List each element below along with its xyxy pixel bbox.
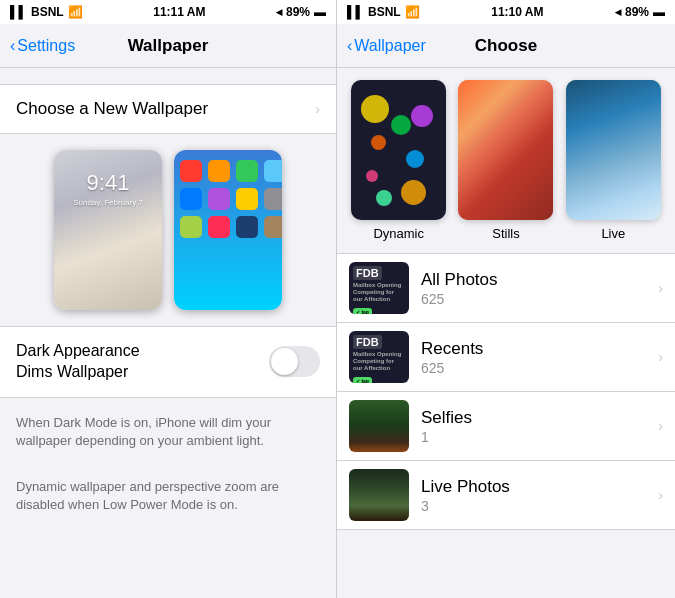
selfies-count: 1 (421, 429, 663, 445)
app-icon-7 (236, 188, 258, 210)
recents-tag: ✓ tag (353, 377, 372, 383)
wallpaper-categories: Dynamic Stills Live (337, 80, 675, 253)
all-photos-chevron-icon: › (658, 280, 663, 296)
category-stills[interactable]: Stills (456, 80, 555, 241)
right-nav-title: Choose (475, 36, 537, 56)
app-icon-2 (208, 160, 230, 182)
stills-thumb (458, 80, 553, 220)
all-photos-tag: ✓ tag (353, 308, 372, 314)
right-wifi-icon: 📶 (405, 5, 420, 19)
bokeh-1 (361, 95, 389, 123)
category-live[interactable]: Live (564, 80, 663, 241)
left-back-label: Settings (17, 37, 75, 55)
dark-appearance-label: Dark Appearance Dims Wallpaper (16, 341, 140, 383)
dark-appearance-description: When Dark Mode is on, iPhone will dim yo… (0, 406, 336, 458)
dark-appearance-section: Dark Appearance Dims Wallpaper (0, 326, 336, 398)
selfies-chevron-icon: › (658, 418, 663, 434)
bokeh-3 (371, 135, 386, 150)
right-back-chevron-icon: ‹ (347, 37, 352, 55)
home-screen-preview[interactable] (174, 150, 282, 310)
bokeh-5 (406, 150, 424, 168)
album-live-photos[interactable]: Live Photos 3 › (337, 461, 675, 530)
left-wifi-icon: 📶 (68, 5, 83, 19)
live-label: Live (601, 226, 625, 241)
bokeh-2 (391, 115, 411, 135)
right-status-right: ◂ 89% ▬ (615, 5, 665, 19)
dynamic-thumb (351, 80, 446, 220)
right-battery-icon: ▬ (653, 5, 665, 19)
right-location-icon: ◂ (615, 5, 621, 19)
dynamic-label: Dynamic (373, 226, 424, 241)
power-mode-description: Dynamic wallpaper and perspective zoom a… (0, 470, 336, 522)
toggle-knob (271, 348, 298, 375)
right-status-left: ▌▌ BSNL 📶 (347, 5, 420, 19)
recents-name: Recents (421, 339, 663, 359)
live-photos-thumb (349, 469, 409, 521)
photo-albums: FDB Mailbox Opening Competing for our Af… (337, 253, 675, 530)
live-photos-chevron-icon: › (658, 487, 663, 503)
app-icon-8 (264, 188, 282, 210)
live-photos-info: Live Photos 3 (421, 477, 663, 514)
right-battery: 89% (625, 5, 649, 19)
choose-wallpaper-label: Choose a New Wallpaper (16, 99, 208, 119)
recents-thumb: FDB Mailbox Opening Competing for our Af… (349, 331, 409, 383)
recents-info: Recents 625 (421, 339, 663, 376)
bokeh-4 (411, 105, 433, 127)
all-photos-thumb: FDB Mailbox Opening Competing for our Af… (349, 262, 409, 314)
lock-screen-preview[interactable]: 9:41 Sunday, February 7 (54, 150, 162, 310)
app-icon-6 (208, 188, 230, 210)
recents-fdb-text: FDB (353, 335, 382, 349)
choose-chevron-icon: › (315, 101, 320, 117)
left-status-left: ▌▌ BSNL 📶 (10, 5, 83, 19)
all-photos-name: All Photos (421, 270, 663, 290)
left-back-button[interactable]: ‹ Settings (10, 37, 75, 55)
category-dynamic[interactable]: Dynamic (349, 80, 448, 241)
stills-label: Stills (492, 226, 519, 241)
choose-wallpaper-row[interactable]: Choose a New Wallpaper › (0, 84, 336, 134)
app-icon-11 (236, 216, 258, 238)
app-icon-4 (264, 160, 282, 182)
bokeh-container (351, 80, 446, 220)
album-all-photos[interactable]: FDB Mailbox Opening Competing for our Af… (337, 254, 675, 323)
right-carrier: BSNL (368, 5, 401, 19)
all-photos-info: All Photos 625 (421, 270, 663, 307)
app-icon-9 (180, 216, 202, 238)
app-icon-3 (236, 160, 258, 182)
home-icons-grid (180, 160, 276, 238)
app-icon-5 (180, 188, 202, 210)
right-status-bar: ▌▌ BSNL 📶 11:10 AM ◂ 89% ▬ (337, 0, 675, 24)
left-location-icon: ◂ (276, 5, 282, 19)
left-status-right: ◂ 89% ▬ (276, 5, 326, 19)
all-photos-count: 625 (421, 291, 663, 307)
left-status-bar: ▌▌ BSNL 📶 11:11 AM ◂ 89% ▬ (0, 0, 336, 24)
app-icon-10 (208, 216, 230, 238)
wallpaper-previews: 9:41 Sunday, February 7 (0, 150, 336, 326)
app-icon-12 (264, 216, 282, 238)
left-panel: ▌▌ BSNL 📶 11:11 AM ◂ 89% ▬ ‹ Settings Wa… (0, 0, 337, 598)
bokeh-6 (366, 170, 378, 182)
left-content: Choose a New Wallpaper › 9:41 Sunday, Fe… (0, 68, 336, 598)
all-photos-subtitle: Mailbox Opening Competing for our Affect… (353, 282, 405, 304)
left-battery-icon: ▬ (314, 5, 326, 19)
live-thumb (566, 80, 661, 220)
right-time: 11:10 AM (491, 5, 543, 19)
left-carrier: BSNL (31, 5, 64, 19)
left-back-chevron-icon: ‹ (10, 37, 15, 55)
dark-label-line2: Dims Wallpaper (16, 363, 128, 380)
lock-time: 9:41 (54, 170, 162, 196)
dark-appearance-toggle[interactable] (269, 346, 320, 377)
bokeh-7 (401, 180, 426, 205)
left-signal-icon: ▌▌ (10, 5, 27, 19)
live-photos-count: 3 (421, 498, 663, 514)
all-photos-fdb-text: FDB (353, 266, 382, 280)
right-nav-bar: ‹ Wallpaper Choose (337, 24, 675, 68)
right-back-label: Wallpaper (354, 37, 425, 55)
right-back-button[interactable]: ‹ Wallpaper (347, 37, 426, 55)
dark-label-line1: Dark Appearance (16, 342, 140, 359)
album-recents[interactable]: FDB Mailbox Opening Competing for our Af… (337, 323, 675, 392)
left-battery: 89% (286, 5, 310, 19)
left-nav-title: Wallpaper (128, 36, 209, 56)
bokeh-8 (376, 190, 392, 206)
recents-count: 625 (421, 360, 663, 376)
album-selfies[interactable]: Selfies 1 › (337, 392, 675, 461)
